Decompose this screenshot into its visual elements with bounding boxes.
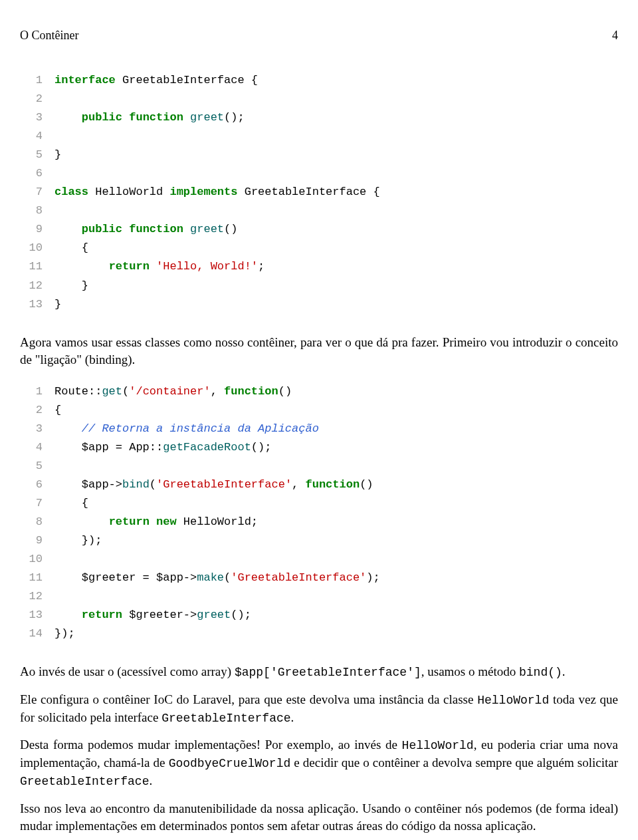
text: Desta forma podemos mudar implementações… bbox=[20, 738, 402, 752]
line-number: 11 bbox=[20, 569, 54, 587]
code-content: public function greet() bbox=[54, 220, 618, 239]
line-number: 14 bbox=[20, 625, 54, 643]
text: e decidir que o contêiner a devolva semp… bbox=[290, 756, 618, 770]
code-block-2: 1Route::get('/container', function()2{3 … bbox=[20, 382, 618, 644]
line-number: 4 bbox=[20, 127, 54, 146]
code-line: 1interface GreetableInterface { bbox=[20, 71, 618, 90]
code-content: } bbox=[54, 146, 618, 164]
paragraph-2: Ao invés de usar o (acessível como array… bbox=[20, 663, 618, 681]
text: , usamos o método bbox=[421, 664, 519, 678]
text: Ele configura o contêiner IoC do Laravel… bbox=[20, 692, 477, 706]
line-number: 7 bbox=[20, 183, 54, 202]
code-content bbox=[54, 127, 618, 146]
line-number: 8 bbox=[20, 513, 54, 531]
code-line: 11 return 'Hello, World!'; bbox=[20, 257, 618, 276]
code-line: 11 $greeter = $app->make('GreetableInter… bbox=[20, 569, 618, 587]
code-line: 3 public function greet(); bbox=[20, 108, 618, 127]
code-line: 13 return $greeter->greet(); bbox=[20, 606, 618, 625]
page-header: O Contêiner 4 bbox=[20, 27, 618, 45]
paragraph-3: Ele configura o contêiner IoC do Laravel… bbox=[20, 691, 618, 727]
line-number: 1 bbox=[20, 71, 54, 90]
line-number: 12 bbox=[20, 587, 54, 606]
line-number: 8 bbox=[20, 202, 54, 220]
line-number: 7 bbox=[20, 494, 54, 513]
line-number: 6 bbox=[20, 164, 54, 183]
line-number: 13 bbox=[20, 606, 54, 625]
line-number: 2 bbox=[20, 401, 54, 420]
code-content: return $greeter->greet(); bbox=[54, 606, 618, 625]
code-line: 1Route::get('/container', function() bbox=[20, 382, 618, 401]
code-line: 8 return new HelloWorld; bbox=[20, 513, 618, 531]
code-content: { bbox=[54, 239, 618, 257]
inline-code: $app['GreetableInterface'] bbox=[235, 666, 421, 679]
code-line: 2 bbox=[20, 90, 618, 108]
code-content: { bbox=[54, 494, 618, 513]
paragraph-5: Isso nos leva ao encontro da manutenibil… bbox=[20, 800, 618, 835]
line-number: 2 bbox=[20, 90, 54, 108]
inline-code: bind() bbox=[519, 666, 562, 679]
text: Ao invés de usar o (acessível como array… bbox=[20, 664, 235, 678]
code-content: $app = App::getFacadeRoot(); bbox=[54, 438, 618, 457]
code-content: $greeter = $app->make('GreetableInterfac… bbox=[54, 569, 618, 587]
line-number: 3 bbox=[20, 108, 54, 127]
page-number: 4 bbox=[612, 27, 618, 45]
line-number: 5 bbox=[20, 457, 54, 476]
code-content: Route::get('/container', function() bbox=[54, 382, 618, 401]
code-content: interface GreetableInterface { bbox=[54, 71, 618, 90]
line-number: 9 bbox=[20, 220, 54, 239]
code-line: 14}); bbox=[20, 625, 618, 643]
code-line: 5} bbox=[20, 146, 618, 164]
code-line: 13} bbox=[20, 295, 618, 314]
code-line: 8 bbox=[20, 202, 618, 220]
code-content bbox=[54, 202, 618, 220]
paragraph-1: Agora vamos usar essas classes como noss… bbox=[20, 334, 618, 369]
code-content bbox=[54, 550, 618, 569]
inline-code: GreetableInterface bbox=[161, 712, 290, 725]
code-content: $app->bind('GreetableInterface', functio… bbox=[54, 476, 618, 494]
code-line: 6 bbox=[20, 164, 618, 183]
line-number: 4 bbox=[20, 438, 54, 457]
code-content bbox=[54, 587, 618, 606]
line-number: 11 bbox=[20, 257, 54, 276]
code-line: 9 }); bbox=[20, 531, 618, 550]
line-number: 6 bbox=[20, 476, 54, 494]
code-line: 9 public function greet() bbox=[20, 220, 618, 239]
code-line: 10 bbox=[20, 550, 618, 569]
line-number: 3 bbox=[20, 420, 54, 438]
code-content bbox=[54, 457, 618, 476]
chapter-title: O Contêiner bbox=[20, 27, 78, 45]
code-line: 2{ bbox=[20, 401, 618, 420]
code-content: } bbox=[54, 277, 618, 295]
line-number: 12 bbox=[20, 277, 54, 295]
code-content bbox=[54, 90, 618, 108]
line-number: 1 bbox=[20, 382, 54, 401]
code-content: public function greet(); bbox=[54, 108, 618, 127]
code-line: 6 $app->bind('GreetableInterface', funct… bbox=[20, 476, 618, 494]
line-number: 13 bbox=[20, 295, 54, 314]
code-line: 4 $app = App::getFacadeRoot(); bbox=[20, 438, 618, 457]
line-number: 9 bbox=[20, 531, 54, 550]
paragraph-4: Desta forma podemos mudar implementações… bbox=[20, 736, 618, 791]
code-content: }); bbox=[54, 625, 618, 643]
code-content: return new HelloWorld; bbox=[54, 513, 618, 531]
code-line: 7class HelloWorld implements GreetableIn… bbox=[20, 183, 618, 202]
code-line: 7 { bbox=[20, 494, 618, 513]
code-content: } bbox=[54, 295, 618, 314]
code-line: 5 bbox=[20, 457, 618, 476]
inline-code: HelloWorld bbox=[402, 739, 474, 752]
text: . bbox=[149, 773, 152, 787]
code-line: 12 } bbox=[20, 277, 618, 295]
code-content: // Retorna a instância da Aplicação bbox=[54, 420, 618, 438]
line-number: 5 bbox=[20, 146, 54, 164]
text: . bbox=[291, 710, 294, 724]
code-content: return 'Hello, World!'; bbox=[54, 257, 618, 276]
code-line: 10 { bbox=[20, 239, 618, 257]
inline-code: GreetableInterface bbox=[20, 775, 149, 788]
inline-code: HelloWorld bbox=[477, 694, 549, 707]
line-number: 10 bbox=[20, 239, 54, 257]
line-number: 10 bbox=[20, 550, 54, 569]
code-content: { bbox=[54, 401, 618, 420]
code-content: }); bbox=[54, 531, 618, 550]
inline-code: GoodbyeCruelWorld bbox=[169, 757, 291, 770]
text: . bbox=[562, 664, 566, 678]
